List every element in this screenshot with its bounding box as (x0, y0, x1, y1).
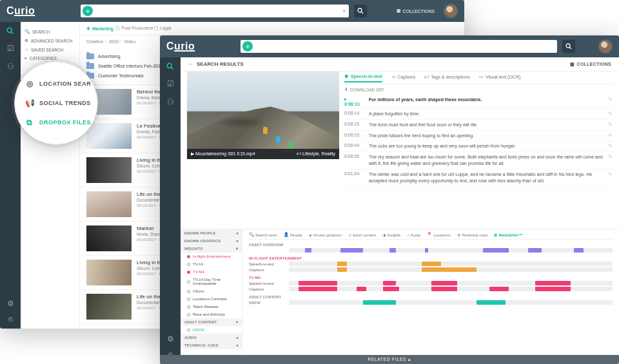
transcript-row[interactable]: ▸ 0:00:11For millions of years, earth sh… (344, 95, 613, 109)
lens-item[interactable]: ⧉DROPBOX FILES (25, 113, 97, 132)
edit-icon[interactable]: ✎ (608, 143, 613, 149)
edit-icon[interactable]: ✎ (608, 171, 613, 177)
timeline-segment[interactable] (422, 267, 477, 272)
search-icon[interactable] (6, 27, 14, 35)
timeline-bar[interactable] (289, 267, 613, 272)
filter-group-header[interactable]: TECHNICAL CUES◂ (181, 341, 242, 349)
filter-tab[interactable]: ◈Known graphics (309, 232, 342, 237)
collections-link[interactable]: ▦ COLLECTIONS (397, 8, 435, 14)
filter-tab[interactable]: ◑Insights (382, 232, 400, 237)
check-icon[interactable]: ☑ (7, 44, 14, 53)
clear-icon[interactable]: × (342, 8, 346, 14)
transcript-tab[interactable]: 🏷Tags & descriptions (424, 73, 470, 82)
timeline-segment[interactable] (357, 287, 366, 291)
back-button[interactable]: ← SEARCH RESULTS (188, 61, 244, 67)
timeline-bar[interactable] (289, 262, 613, 266)
transcript-row[interactable]: 0:00:14A place forgotten by time.✎ (344, 109, 613, 120)
edit-icon[interactable]: ✎ (608, 154, 613, 160)
lens-item[interactable]: ◎LOCATION SEAR (25, 74, 97, 93)
timeline-bar[interactable] (289, 281, 613, 285)
transcript-row[interactable]: 0:00:25The lions must hunt and find food… (344, 120, 613, 131)
timeline-segment[interactable] (425, 248, 428, 253)
download-srt[interactable]: ⬇ DOWNLOAD SRT (344, 84, 613, 95)
related-files-bar[interactable]: RELATED FILES ▴ (181, 355, 619, 364)
timeline-segment[interactable] (383, 281, 396, 285)
timeline-segment[interactable] (477, 300, 506, 305)
people-icon[interactable]: ⚇ (7, 62, 14, 71)
transcript-row[interactable]: 0:00:44The cubs are too young to keep up… (344, 141, 613, 152)
search-input[interactable]: + (241, 40, 557, 53)
filter-item[interactable]: NSFW (181, 326, 242, 334)
timeline-segment[interactable] (337, 267, 347, 272)
transcript-tab[interactable]: ▭Visual text (OCR) (479, 73, 520, 82)
filter-item[interactable]: Talent Release (181, 303, 242, 311)
crumb-tag[interactable]: Marketing (92, 26, 113, 31)
search-input[interactable]: + × (81, 5, 348, 17)
timeline-segment[interactable] (574, 248, 584, 253)
timeline-segment[interactable] (340, 248, 363, 253)
transcript-row[interactable]: 0:00:33The pride follows the herd hoping… (344, 131, 613, 142)
filter-group-header[interactable]: AUDIO◂ (181, 334, 242, 341)
filter-item[interactable]: In-flight Entertainment (181, 253, 242, 260)
crumb-link[interactable]: 2019 (108, 39, 119, 44)
crumb-link[interactable]: Video (124, 39, 135, 44)
filter-item[interactable]: TV-MA (181, 268, 242, 276)
search-button[interactable] (354, 5, 367, 17)
transcript-tab[interactable]: 🗣Speech-to-text (344, 73, 382, 82)
edit-icon[interactable]: ✎ (608, 122, 613, 128)
filter-tab[interactable]: ⚠Adult content (348, 232, 376, 237)
search-button[interactable] (562, 40, 575, 53)
logout-icon[interactable]: ⎋ (8, 314, 13, 323)
timeline-segment[interactable] (305, 248, 311, 253)
check-icon[interactable]: ☑ (167, 79, 174, 88)
gear-icon[interactable]: ⚙ (7, 299, 14, 308)
left-menu-item[interactable]: 🔍SEARCH (25, 27, 75, 36)
timeline-segment[interactable] (483, 248, 509, 253)
timeline-bar[interactable] (289, 300, 613, 305)
edit-icon[interactable]: ✎ (608, 111, 613, 117)
filter-item[interactable]: Locations Contracts (181, 295, 242, 303)
left-menu-item[interactable]: ☆SAVED SEARCH (25, 45, 75, 54)
timeline-segment[interactable] (337, 262, 347, 266)
filter-tab[interactable]: ⚙Technical cues (457, 232, 488, 237)
timeline-segment[interactable] (528, 248, 541, 253)
crumb-link[interactable]: Creative (86, 39, 103, 44)
timeline-segment[interactable] (299, 281, 337, 285)
avatar[interactable] (598, 39, 613, 53)
timeline-segment[interactable] (299, 287, 337, 291)
timeline-bar[interactable] (289, 248, 613, 253)
collections-button[interactable]: ▦ COLLECTIONS (570, 62, 611, 67)
add-icon[interactable]: + (83, 6, 93, 16)
video-thumbnail[interactable]: ▶ Mountaineering S01 E15.mp4 🏷 Lifestyle… (187, 72, 339, 159)
filter-group-header[interactable]: KNOWN PEOPLE◂ (181, 229, 242, 237)
timeline-bar[interactable] (289, 287, 613, 291)
filter-tab[interactable]: 🔍Search term (249, 232, 277, 237)
timeline-segment[interactable] (431, 281, 457, 285)
lens-item[interactable]: 📢SOCIAL TRENDS (25, 93, 97, 113)
filter-item[interactable]: Ofcom (181, 287, 242, 295)
filter-tab[interactable]: ♪Audio (407, 232, 420, 237)
edit-icon[interactable]: ✎ (608, 133, 613, 139)
transcript-tab[interactable]: ㏄Captions (391, 73, 416, 82)
timeline-segment[interactable] (431, 287, 457, 291)
left-menu-item[interactable]: ⊕ADVANCED SEARCH (25, 36, 75, 45)
filter-group-header[interactable]: KNOWN GRAPHICS◂ (181, 237, 242, 245)
people-icon[interactable]: ⚇ (167, 97, 174, 106)
filter-tab[interactable]: 📍Locations (427, 232, 451, 237)
timeline-segment[interactable] (363, 300, 395, 305)
filter-tab[interactable]: ⊞MediaDNA™ (494, 232, 522, 237)
search-icon[interactable] (166, 62, 174, 70)
avatar[interactable] (444, 4, 458, 18)
filter-group-header[interactable]: ADULT CONTENT▾ (181, 318, 242, 326)
transcript-row[interactable]: 0:00:56The dry season and heat are too m… (344, 152, 613, 169)
timeline-segment[interactable] (383, 287, 399, 291)
gear-icon[interactable]: ⚙ (167, 334, 174, 343)
timeline-segment[interactable] (535, 281, 571, 285)
timeline-segment[interactable] (422, 262, 441, 266)
add-icon[interactable]: + (242, 41, 253, 52)
timeline-segment[interactable] (489, 287, 509, 291)
filter-tab[interactable]: 👤People (284, 232, 302, 237)
filter-item[interactable]: TV-14 Day Time Unacceptable (181, 276, 242, 287)
filter-group-header[interactable]: INSIGHTS▾ (181, 245, 242, 253)
filter-item[interactable]: Race and Ethnicity (181, 311, 242, 318)
